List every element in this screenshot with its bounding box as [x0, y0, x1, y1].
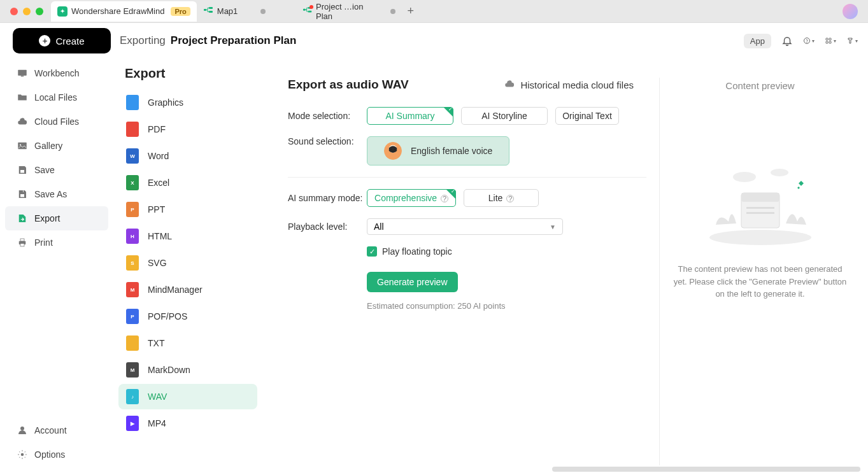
minimize-window-button[interactable] [23, 8, 31, 15]
playback-level-label: Playback level: [288, 222, 367, 232]
mode-option-original-text[interactable]: Original Text [555, 107, 619, 125]
sound-selection-label: Sound selection: [288, 136, 367, 146]
svg-rect-16 [20, 170, 24, 173]
traffic-lights [10, 8, 43, 15]
graphics-file-icon [126, 95, 139, 110]
play-floating-topic-checkbox[interactable]: ✓ Play floating topic [367, 246, 646, 257]
create-label: Create [55, 36, 84, 46]
maximize-window-button[interactable] [36, 8, 43, 15]
window-tabs: ✦ Wondershare EdrawMind Pro Map1 Project… [51, 0, 420, 22]
svg-rect-5 [308, 11, 311, 13]
create-button[interactable]: + Create [13, 28, 111, 53]
sidebar-item-workbench[interactable]: Workbench [5, 61, 108, 85]
sidebar-item-cloud-files[interactable]: Cloud Files [5, 109, 108, 134]
svg-rect-13 [21, 76, 24, 77]
format-label: MarkDown [148, 365, 190, 375]
help-icon[interactable]: ? [506, 195, 514, 202]
format-item-pdf[interactable]: PDF [118, 116, 257, 142]
format-label: POF/POS [148, 311, 187, 321]
html-file-icon: H [126, 229, 139, 244]
sidebar-item-label: Gallery [34, 141, 62, 151]
workbench-icon [17, 67, 28, 79]
mode-option-label: AI Summary [385, 111, 434, 121]
add-tab-button[interactable]: + [402, 3, 420, 20]
sidebar-item-options[interactable]: Options [5, 442, 108, 467]
ai-mode-comprehensive[interactable]: Comprehensive ? [367, 189, 456, 207]
document-tab-map1[interactable]: Map1 [197, 1, 296, 22]
svg-point-25 [390, 149, 392, 150]
checkbox-checked-icon: ✓ [367, 246, 377, 257]
preview-panel: Content preview [659, 78, 860, 465]
svg-rect-31 [746, 212, 774, 214]
excel-file-icon: X [126, 175, 139, 190]
svg-rect-11 [829, 41, 831, 43]
document-tab-project[interactable]: Project …ion Plan [296, 1, 402, 22]
format-item-mindmanager[interactable]: M MindManager [118, 277, 257, 302]
sidebar-item-save[interactable]: Save [5, 158, 108, 182]
user-avatar[interactable] [843, 4, 858, 19]
format-item-markdown[interactable]: M MarkDown [118, 357, 257, 383]
sidebar-item-label: Local Files [34, 92, 77, 102]
ai-mode-lite[interactable]: Lite ? [464, 189, 539, 207]
selected-corner-icon [446, 189, 456, 199]
generate-preview-button[interactable]: Generate preview [367, 272, 458, 292]
wav-file-icon: ♪ [126, 389, 139, 404]
playback-value: All [374, 222, 384, 232]
voice-selector-button[interactable]: English female voice [367, 136, 509, 166]
gallery-icon [17, 140, 28, 152]
mode-option-ai-summary[interactable]: AI Summary [367, 107, 453, 125]
horizontal-scrollbar[interactable] [552, 467, 860, 472]
breadcrumb-section: Exporting [120, 34, 166, 47]
account-icon [17, 425, 28, 436]
word-file-icon: W [126, 148, 139, 164]
svg-rect-14 [18, 143, 27, 150]
cloud-link-label: Historical media cloud files [520, 80, 634, 90]
sidebar-item-local-files[interactable]: Local Files [5, 85, 108, 109]
format-item-mp4[interactable]: ▶ MP4 [118, 411, 257, 436]
close-window-button[interactable] [10, 8, 18, 15]
preview-title: Content preview [725, 80, 794, 91]
format-item-excel[interactable]: X Excel [118, 170, 257, 195]
format-item-txt[interactable]: TXT [118, 330, 257, 356]
sidebar-item-export[interactable]: Export [5, 206, 108, 230]
playback-level-select[interactable]: All ▼ [367, 218, 563, 235]
svg-rect-12 [18, 70, 27, 76]
breadcrumb: Exporting Project Preparation Plan [120, 34, 296, 47]
sidebar-item-gallery[interactable]: Gallery [5, 134, 108, 158]
svg-rect-19 [20, 239, 24, 241]
notifications-icon[interactable] [781, 35, 793, 46]
format-label: PDF [148, 124, 166, 134]
format-item-word[interactable]: W Word [118, 143, 257, 169]
mode-option-ai-storyline[interactable]: AI Storyline [461, 107, 548, 125]
help-dropdown[interactable]: ▾ [803, 35, 815, 46]
sidebar-item-save-as[interactable]: Save As [5, 182, 108, 206]
markdown-file-icon: M [126, 362, 139, 378]
svg-rect-8 [826, 38, 828, 40]
svg-point-15 [20, 144, 21, 145]
app-main-tab[interactable]: ✦ Wondershare EdrawMind Pro [51, 1, 197, 22]
format-item-svg[interactable]: S SVG [118, 250, 257, 276]
chevron-down-icon: ▾ [812, 38, 815, 44]
apps-grid-dropdown[interactable]: ▾ [825, 35, 836, 46]
format-item-graphics[interactable]: Graphics [118, 90, 257, 115]
app-button[interactable]: App [744, 34, 771, 48]
format-label: Word [148, 151, 169, 161]
edrawmind-icon: ✦ [57, 6, 68, 17]
theme-dropdown[interactable]: ▾ [846, 35, 858, 46]
alert-dot-icon [309, 5, 313, 9]
chevron-down-icon: ▾ [855, 38, 858, 44]
svg-rect-0 [204, 9, 206, 11]
tab-label: Map1 [217, 6, 238, 16]
format-item-ppt[interactable]: P PPT [118, 197, 257, 222]
checkbox-label: Play floating topic [382, 246, 452, 257]
svg-rect-29 [741, 193, 779, 202]
historical-media-link[interactable]: Historical media cloud files [504, 78, 634, 92]
format-item-html[interactable]: H HTML [118, 223, 257, 249]
sidebar-item-print[interactable]: Print [5, 230, 108, 255]
format-item-wav[interactable]: ♪ WAV [118, 384, 257, 409]
page-title: Project Preparation Plan [171, 34, 296, 47]
sidebar-item-account[interactable]: Account [5, 418, 108, 442]
plus-icon: + [39, 35, 50, 46]
format-item-pof[interactable]: P POF/POS [118, 304, 257, 329]
format-label: MP4 [148, 418, 166, 428]
